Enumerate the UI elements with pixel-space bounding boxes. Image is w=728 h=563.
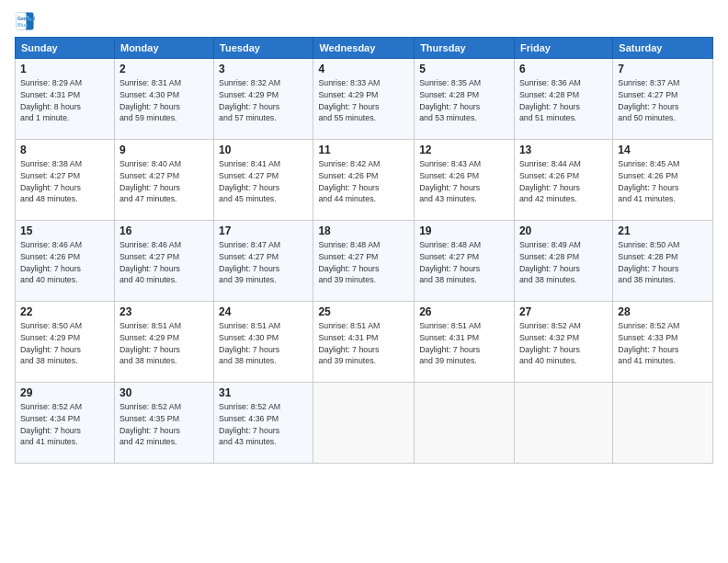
day-number: 2 — [119, 63, 209, 75]
day-number: 12 — [419, 144, 509, 156]
calendar-cell: 4Sunrise: 8:33 AM Sunset: 4:29 PM Daylig… — [313, 59, 415, 140]
day-info: Sunrise: 8:33 AM Sunset: 4:29 PM Dayligh… — [318, 77, 409, 124]
day-number: 14 — [618, 144, 708, 156]
calendar-cell: 10Sunrise: 8:41 AM Sunset: 4:27 PM Dayli… — [214, 140, 313, 221]
day-number: 3 — [219, 63, 308, 75]
calendar-cell: 27Sunrise: 8:52 AM Sunset: 4:32 PM Dayli… — [514, 302, 612, 383]
calendar-cell: 15Sunrise: 8:46 AM Sunset: 4:26 PM Dayli… — [16, 221, 115, 302]
calendar-cell: 9Sunrise: 8:40 AM Sunset: 4:27 PM Daylig… — [114, 140, 213, 221]
day-info: Sunrise: 8:45 AM Sunset: 4:26 PM Dayligh… — [618, 158, 708, 205]
calendar-header-wednesday: Wednesday — [313, 38, 415, 59]
calendar-cell: 30Sunrise: 8:52 AM Sunset: 4:35 PM Dayli… — [114, 383, 213, 464]
day-number: 22 — [20, 305, 109, 318]
day-number: 25 — [318, 305, 409, 318]
calendar-cell: 11Sunrise: 8:42 AM Sunset: 4:26 PM Dayli… — [313, 140, 415, 221]
calendar-header-row: SundayMondayTuesdayWednesdayThursdayFrid… — [16, 38, 713, 59]
day-info: Sunrise: 8:48 AM Sunset: 4:27 PM Dayligh… — [318, 239, 409, 286]
day-number: 21 — [618, 224, 708, 237]
calendar-cell: 23Sunrise: 8:51 AM Sunset: 4:29 PM Dayli… — [114, 302, 213, 383]
svg-text:General: General — [17, 16, 35, 21]
calendar-cell: 31Sunrise: 8:52 AM Sunset: 4:36 PM Dayli… — [214, 383, 313, 464]
day-info: Sunrise: 8:36 AM Sunset: 4:28 PM Dayligh… — [519, 77, 608, 124]
calendar-header-friday: Friday — [514, 38, 612, 59]
day-info: Sunrise: 8:35 AM Sunset: 4:28 PM Dayligh… — [419, 77, 509, 124]
day-number: 8 — [20, 144, 109, 156]
day-number: 4 — [318, 63, 409, 75]
day-info: Sunrise: 8:46 AM Sunset: 4:27 PM Dayligh… — [119, 239, 209, 286]
day-number: 26 — [419, 305, 509, 318]
day-number: 18 — [318, 224, 409, 237]
header: General Blue — [15, 11, 713, 31]
svg-text:Blue: Blue — [17, 22, 28, 28]
day-info: Sunrise: 8:41 AM Sunset: 4:27 PM Dayligh… — [219, 158, 308, 205]
calendar-cell: 26Sunrise: 8:51 AM Sunset: 4:31 PM Dayli… — [415, 302, 515, 383]
calendar-cell: 6Sunrise: 8:36 AM Sunset: 4:28 PM Daylig… — [514, 59, 612, 140]
calendar-week-2: 8Sunrise: 8:38 AM Sunset: 4:27 PM Daylig… — [16, 140, 713, 221]
day-number: 24 — [219, 305, 308, 318]
calendar-cell — [415, 383, 515, 464]
calendar-table: SundayMondayTuesdayWednesdayThursdayFrid… — [15, 37, 713, 464]
day-number: 27 — [519, 305, 608, 318]
day-number: 5 — [419, 63, 509, 75]
day-info: Sunrise: 8:51 AM Sunset: 4:30 PM Dayligh… — [219, 320, 308, 367]
calendar-cell: 25Sunrise: 8:51 AM Sunset: 4:31 PM Dayli… — [313, 302, 415, 383]
day-number: 23 — [119, 305, 209, 318]
day-info: Sunrise: 8:50 AM Sunset: 4:29 PM Dayligh… — [20, 320, 109, 367]
day-number: 6 — [519, 63, 608, 75]
calendar-cell: 29Sunrise: 8:52 AM Sunset: 4:34 PM Dayli… — [16, 383, 115, 464]
day-info: Sunrise: 8:52 AM Sunset: 4:34 PM Dayligh… — [20, 401, 109, 448]
day-number: 10 — [219, 144, 308, 156]
day-number: 28 — [618, 305, 708, 318]
day-number: 17 — [219, 224, 308, 237]
day-info: Sunrise: 8:51 AM Sunset: 4:31 PM Dayligh… — [419, 320, 509, 367]
day-number: 29 — [20, 386, 109, 399]
day-info: Sunrise: 8:51 AM Sunset: 4:31 PM Dayligh… — [318, 320, 409, 367]
day-info: Sunrise: 8:50 AM Sunset: 4:28 PM Dayligh… — [618, 239, 708, 286]
calendar-cell: 17Sunrise: 8:47 AM Sunset: 4:27 PM Dayli… — [214, 221, 313, 302]
calendar-cell: 20Sunrise: 8:49 AM Sunset: 4:28 PM Dayli… — [514, 221, 612, 302]
calendar-header-thursday: Thursday — [415, 38, 515, 59]
day-info: Sunrise: 8:42 AM Sunset: 4:26 PM Dayligh… — [318, 158, 409, 205]
day-number: 16 — [119, 224, 209, 237]
calendar-cell: 12Sunrise: 8:43 AM Sunset: 4:26 PM Dayli… — [415, 140, 515, 221]
calendar-cell — [613, 383, 713, 464]
day-info: Sunrise: 8:37 AM Sunset: 4:27 PM Dayligh… — [618, 77, 708, 124]
calendar-cell: 2Sunrise: 8:31 AM Sunset: 4:30 PM Daylig… — [114, 59, 213, 140]
calendar-header-monday: Monday — [114, 38, 213, 59]
day-number: 19 — [419, 224, 509, 237]
calendar-cell: 14Sunrise: 8:45 AM Sunset: 4:26 PM Dayli… — [613, 140, 713, 221]
calendar-header-sunday: Sunday — [16, 38, 115, 59]
day-number: 15 — [20, 224, 109, 237]
calendar-cell — [514, 383, 612, 464]
calendar-cell: 7Sunrise: 8:37 AM Sunset: 4:27 PM Daylig… — [613, 59, 713, 140]
day-number: 1 — [20, 63, 109, 75]
calendar-header-tuesday: Tuesday — [214, 38, 313, 59]
day-number: 11 — [318, 144, 409, 156]
day-info: Sunrise: 8:43 AM Sunset: 4:26 PM Dayligh… — [419, 158, 509, 205]
day-number: 9 — [119, 144, 209, 156]
day-info: Sunrise: 8:46 AM Sunset: 4:26 PM Dayligh… — [20, 239, 109, 286]
day-info: Sunrise: 8:31 AM Sunset: 4:30 PM Dayligh… — [119, 77, 209, 124]
calendar-week-5: 29Sunrise: 8:52 AM Sunset: 4:34 PM Dayli… — [16, 383, 713, 464]
calendar-cell: 16Sunrise: 8:46 AM Sunset: 4:27 PM Dayli… — [114, 221, 213, 302]
day-info: Sunrise: 8:32 AM Sunset: 4:29 PM Dayligh… — [219, 77, 308, 124]
page: General Blue SundayMondayTuesdayWednesda… — [0, 0, 728, 563]
calendar-cell: 22Sunrise: 8:50 AM Sunset: 4:29 PM Dayli… — [16, 302, 115, 383]
calendar-cell: 13Sunrise: 8:44 AM Sunset: 4:26 PM Dayli… — [514, 140, 612, 221]
day-number: 31 — [219, 386, 308, 399]
day-info: Sunrise: 8:29 AM Sunset: 4:31 PM Dayligh… — [20, 77, 109, 124]
calendar-cell — [313, 383, 415, 464]
calendar-cell: 19Sunrise: 8:48 AM Sunset: 4:27 PM Dayli… — [415, 221, 515, 302]
calendar-cell: 1Sunrise: 8:29 AM Sunset: 4:31 PM Daylig… — [16, 59, 115, 140]
day-info: Sunrise: 8:38 AM Sunset: 4:27 PM Dayligh… — [20, 158, 109, 205]
day-number: 30 — [119, 386, 209, 399]
calendar-cell: 3Sunrise: 8:32 AM Sunset: 4:29 PM Daylig… — [214, 59, 313, 140]
day-number: 20 — [519, 224, 608, 237]
calendar-week-4: 22Sunrise: 8:50 AM Sunset: 4:29 PM Dayli… — [16, 302, 713, 383]
calendar-cell: 18Sunrise: 8:48 AM Sunset: 4:27 PM Dayli… — [313, 221, 415, 302]
day-info: Sunrise: 8:52 AM Sunset: 4:32 PM Dayligh… — [519, 320, 608, 367]
day-info: Sunrise: 8:48 AM Sunset: 4:27 PM Dayligh… — [419, 239, 509, 286]
day-info: Sunrise: 8:44 AM Sunset: 4:26 PM Dayligh… — [519, 158, 608, 205]
day-info: Sunrise: 8:52 AM Sunset: 4:36 PM Dayligh… — [219, 401, 308, 448]
day-info: Sunrise: 8:49 AM Sunset: 4:28 PM Dayligh… — [519, 239, 608, 286]
